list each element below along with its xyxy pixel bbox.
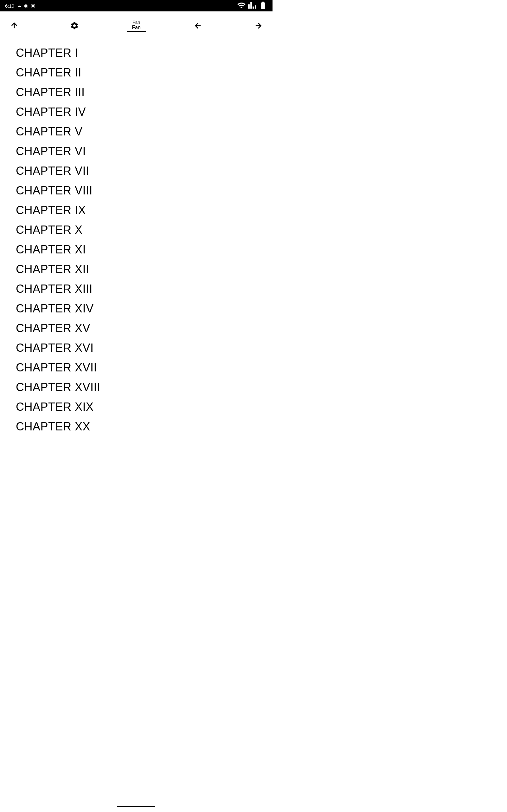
chapter-item-12[interactable]: CHAPTER XII — [16, 259, 257, 279]
chapter-list: CHAPTER ICHAPTER IICHAPTER IIICHAPTER IV… — [0, 37, 273, 449]
chapter-item-13[interactable]: CHAPTER XIII — [16, 279, 257, 299]
cloud-icon: ☁ — [17, 3, 21, 9]
status-left: 6:19 ☁ ◉ ▣ — [5, 3, 35, 9]
toolbar-center[interactable]: Fan Fan — [127, 20, 146, 32]
tab-label-bottom: Fan — [127, 25, 146, 32]
chapter-item-20[interactable]: CHAPTER XX — [16, 417, 257, 437]
chapter-item-15[interactable]: CHAPTER XV — [16, 318, 257, 338]
settings-button[interactable] — [66, 18, 82, 34]
forward-button[interactable] — [250, 18, 266, 34]
chapter-item-7[interactable]: CHAPTER VII — [16, 161, 257, 181]
chapter-item-8[interactable]: CHAPTER VIII — [16, 181, 257, 200]
sim-icon: ▣ — [31, 3, 35, 9]
chapter-item-16[interactable]: CHAPTER XVI — [16, 338, 257, 358]
back-button[interactable] — [190, 18, 206, 34]
chapter-item-2[interactable]: CHAPTER II — [16, 63, 257, 83]
chapter-item-18[interactable]: CHAPTER XVIII — [16, 377, 257, 397]
chapter-item-11[interactable]: CHAPTER XI — [16, 240, 257, 259]
wifi-icon — [237, 1, 246, 11]
chapter-item-1[interactable]: CHAPTER I — [16, 43, 257, 63]
status-time: 6:19 — [5, 3, 14, 9]
chapter-item-14[interactable]: CHAPTER XIV — [16, 299, 257, 318]
signal-icon — [248, 1, 257, 11]
up-button[interactable] — [6, 18, 22, 34]
chapter-item-3[interactable]: CHAPTER III — [16, 83, 257, 102]
status-right — [237, 1, 268, 11]
status-bar: 6:19 ☁ ◉ ▣ — [0, 0, 273, 11]
chapter-item-9[interactable]: CHAPTER IX — [16, 200, 257, 220]
chapter-item-10[interactable]: CHAPTER X — [16, 220, 257, 240]
toolbar: Fan Fan — [0, 11, 273, 37]
chapter-item-6[interactable]: CHAPTER VI — [16, 142, 257, 161]
chapter-item-17[interactable]: CHAPTER XVII — [16, 358, 257, 377]
circle-icon: ◉ — [24, 3, 28, 9]
chapter-item-5[interactable]: CHAPTER V — [16, 122, 257, 142]
tab-label-top: Fan — [132, 20, 140, 25]
battery-icon — [259, 1, 268, 11]
chapter-item-4[interactable]: CHAPTER IV — [16, 102, 257, 122]
chapter-item-19[interactable]: CHAPTER XIX — [16, 397, 257, 417]
